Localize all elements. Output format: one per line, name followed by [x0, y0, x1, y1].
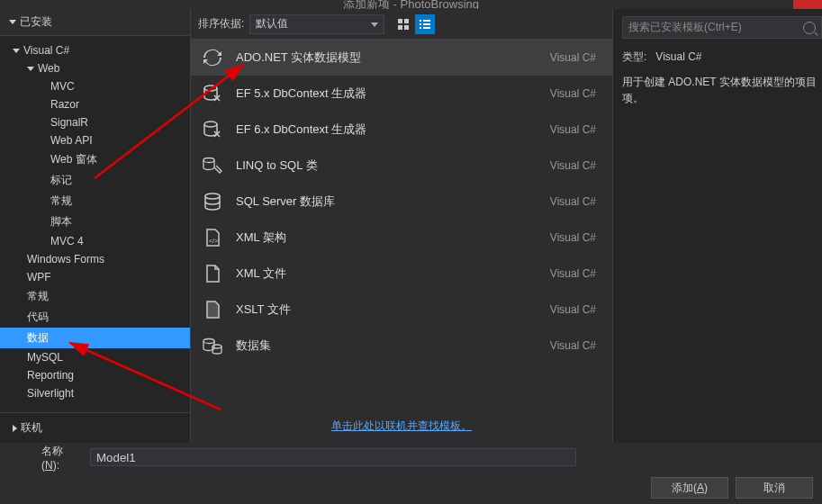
- right-panel: 搜索已安装模板(Ctrl+E) 类型: Visual C# 用于创建 ADO.N…: [613, 9, 822, 443]
- tree-item-label: 常规: [50, 194, 72, 209]
- template-row[interactable]: XML 文件Visual C#: [191, 256, 612, 292]
- refresh-arrows-icon: [202, 47, 223, 68]
- svg-rect-5: [423, 20, 430, 22]
- tree-item-label: MVC: [50, 80, 75, 93]
- tree-item-label: Web: [38, 62, 59, 75]
- tree-item-wpf[interactable]: WPF: [0, 268, 190, 286]
- cancel-button[interactable]: 取消: [736, 477, 813, 499]
- tree-item-web-窗体[interactable]: Web 窗体: [0, 149, 190, 170]
- tree-item-windows-forms[interactable]: Windows Forms: [0, 250, 190, 268]
- template-lang: Visual C#: [550, 339, 601, 352]
- svg-rect-6: [420, 23, 421, 25]
- svg-rect-8: [420, 27, 421, 29]
- sort-value: 默认值: [256, 16, 288, 32]
- name-row: 名称(N):: [0, 443, 822, 472]
- svg-point-10: [204, 86, 217, 91]
- online-section[interactable]: 联机: [0, 412, 190, 443]
- tree-item-web[interactable]: Web: [0, 59, 190, 77]
- close-button[interactable]: [793, 0, 822, 9]
- name-input[interactable]: [90, 448, 576, 466]
- tree-item-mysql[interactable]: MySQL: [0, 348, 190, 366]
- tree-item-label: Visual C#: [23, 44, 69, 57]
- template-list: ADO.NET 实体数据模型Visual C#EF 5.x DbContext …: [191, 40, 612, 410]
- template-row[interactable]: EF 6.x DbContext 生成器Visual C#: [191, 112, 612, 148]
- db-gen-icon: [202, 83, 223, 104]
- tree-item-label: Web 窗体: [50, 152, 97, 167]
- tree-item-常规[interactable]: 常规: [0, 191, 190, 212]
- chevron-right-icon: [13, 425, 17, 432]
- template-lang: Visual C#: [550, 87, 601, 100]
- titlebar: 添加新项 - PhotoBrowsing: [0, 0, 822, 9]
- tree-item-label: 数据: [27, 330, 49, 346]
- template-name: EF 5.x DbContext 生成器: [236, 86, 537, 102]
- svg-rect-0: [398, 19, 402, 23]
- template-row[interactable]: SQL Server 数据库Visual C#: [191, 184, 612, 220]
- template-lang: Visual C#: [550, 195, 601, 208]
- doc-icon: [202, 263, 223, 284]
- tree-item-razor[interactable]: Razor: [0, 95, 190, 113]
- add-button[interactable]: 添加(A): [651, 477, 728, 499]
- online-templates-link[interactable]: 单击此处以联机并查找模板。: [331, 419, 472, 432]
- type-value: Visual C#: [655, 50, 701, 63]
- tree-item-常规[interactable]: 常规: [0, 286, 190, 307]
- svg-rect-9: [423, 27, 430, 29]
- tree-item-mvc[interactable]: MVC: [0, 77, 190, 95]
- tree-item-标记[interactable]: 标记: [0, 170, 190, 191]
- svg-rect-3: [404, 25, 409, 30]
- template-row[interactable]: 数据集Visual C#: [191, 328, 612, 364]
- sort-combo[interactable]: 默认值: [249, 14, 384, 34]
- list-view-button[interactable]: [415, 14, 435, 34]
- online-templates-link-row: 单击此处以联机并查找模板。: [191, 410, 612, 443]
- template-name: XML 架构: [236, 230, 537, 246]
- tree-item-数据[interactable]: 数据: [0, 328, 190, 348]
- type-label: 类型:: [622, 50, 646, 63]
- template-lang: Visual C#: [550, 231, 601, 244]
- linq-icon: [202, 155, 223, 176]
- template-lang: Visual C#: [550, 303, 601, 316]
- template-row[interactable]: XSLT 文件Visual C#: [191, 292, 612, 328]
- svg-text:</>: </>: [209, 238, 218, 244]
- tree-item-label: WPF: [27, 271, 51, 284]
- tree-item-label: 脚本: [50, 214, 72, 230]
- tree-item-visual-c#[interactable]: Visual C#: [0, 41, 190, 59]
- button-row: 添加(A) 取消: [0, 472, 822, 504]
- template-name: XML 文件: [236, 266, 537, 282]
- tree-item-silverlight[interactable]: Silverlight: [0, 384, 190, 402]
- tree-item-脚本[interactable]: 脚本: [0, 212, 190, 232]
- type-row: 类型: Visual C#: [622, 50, 822, 65]
- left-panel: 已安装 Visual C#WebMVCRazorSignalRWeb APIWe…: [0, 9, 191, 443]
- tree-item-label: 代码: [27, 310, 49, 325]
- tree-item-mvc-4[interactable]: MVC 4: [0, 232, 190, 250]
- grid-view-button[interactable]: [393, 14, 413, 34]
- chevron-down-icon: [13, 49, 20, 53]
- search-icon: [803, 22, 816, 34]
- template-lang: Visual C#: [550, 159, 601, 172]
- template-row[interactable]: </>XML 架构Visual C#: [191, 220, 612, 256]
- tree-item-label: Silverlight: [27, 387, 74, 400]
- svg-rect-4: [420, 20, 421, 22]
- svg-rect-2: [398, 25, 402, 30]
- sort-label: 排序依据:: [198, 16, 244, 32]
- template-description: 用于创建 ADO.NET 实体数据模型的项目项。: [622, 74, 822, 106]
- search-input[interactable]: 搜索已安装模板(Ctrl+E): [622, 16, 822, 39]
- tree-item-label: 常规: [27, 289, 49, 304]
- template-lang: Visual C#: [550, 51, 601, 64]
- db-icon: [202, 191, 223, 212]
- chevron-down-icon: [9, 20, 16, 24]
- svg-point-15: [203, 339, 214, 344]
- template-row[interactable]: ADO.NET 实体数据模型Visual C#: [191, 40, 612, 76]
- tree-item-label: MVC 4: [50, 235, 84, 248]
- window-title: 添加新项 - PhotoBrowsing: [343, 0, 479, 9]
- tree-item-label: Web API: [50, 134, 92, 147]
- tree-item-reporting[interactable]: Reporting: [0, 366, 190, 384]
- tree-item-代码[interactable]: 代码: [0, 307, 190, 328]
- tree-item-signalr[interactable]: SignalR: [0, 113, 190, 131]
- template-row[interactable]: LINQ to SQL 类Visual C#: [191, 148, 612, 184]
- template-name: SQL Server 数据库: [236, 194, 537, 210]
- installed-label: 已安装: [20, 14, 52, 30]
- template-name: 数据集: [236, 338, 537, 354]
- template-row[interactable]: EF 5.x DbContext 生成器Visual C#: [191, 76, 612, 112]
- doc-dk-icon: [202, 299, 223, 320]
- installed-header[interactable]: 已安装: [0, 9, 190, 36]
- tree-item-web-api[interactable]: Web API: [0, 131, 190, 149]
